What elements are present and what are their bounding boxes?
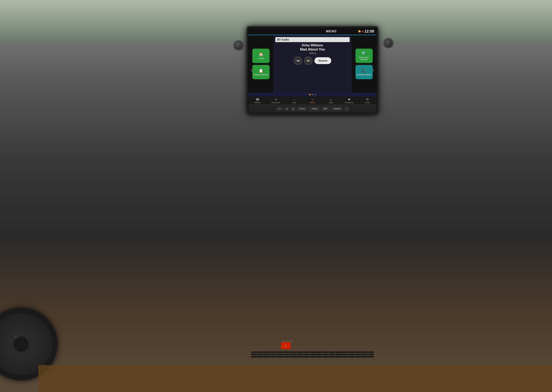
nav-arrow-left[interactable]: ‹ [250,67,253,73]
track-album: Willing [275,52,276,55]
telefono-icon: ☎ [256,98,260,101]
voice-button[interactable]: ☀/↩ [276,107,276,111]
left-icon-panel: 🏠 Ir a casa 📋 Destinos anteriores [248,35,273,93]
home-nav-icon: 🏠 [259,52,263,57]
vol-label: VOL [237,38,240,40]
infotainment-screen: MENÚ 📶 🚗 12:00 ‹ 🏠 Ir a casa [248,28,276,112]
destinos-label: Destinos anteriores [254,74,269,76]
telefono-label: Teléfono [254,102,261,104]
ir-a-casa-button[interactable]: 🏠 Ir a casa [252,49,269,63]
left-knob-area: VOL PUSH ⏻ [234,38,243,52]
audio-source-label: BT Audio [275,37,276,42]
ir-a-casa-label: Ir a casa [258,57,264,60]
bottom-navigation-bar: ☎ Teléfono ℹ Información ♪ Audio ⌂ MENÚ … [248,97,276,105]
destinos-anteriores-button[interactable]: 📋 Destinos anteriores [252,65,269,79]
push-label: PUSH ⏻ [236,50,241,52]
nav-informacion[interactable]: ℹ Información [267,98,276,104]
informacion-label: Información [271,102,276,104]
physical-buttons-row: ☀/↩ ⏮ ⏭ AUDIO ⌂ MENU MAP CAMERA ↩ [248,105,276,112]
infotainment-screen-container: VOL PUSH ⏻ PUSH SOUND MENÚ 📶 🚗 12:00 [247,27,276,114]
destinations-icon: 📋 [259,68,263,73]
screen-main-content: ‹ 🏠 Ir a casa 📋 Destinos anteriores BT A… [248,35,276,93]
track-artist: Kirby Williams [275,44,276,47]
track-name: Mad About You [275,48,276,51]
informacion-icon: ℹ [276,98,276,101]
nav-telefono[interactable]: ☎ Teléfono [248,98,267,104]
audio-controls: ⏮ ⏭ Source [275,56,276,65]
pagination-dots [248,93,276,97]
center-audio-panel: BT Audio Kirby Williams Mad About You Wi… [273,35,276,93]
screen-header: MENÚ 📶 🚗 12:00 [248,28,276,35]
left-knob[interactable] [234,41,243,50]
top-scene [0,0,276,42]
